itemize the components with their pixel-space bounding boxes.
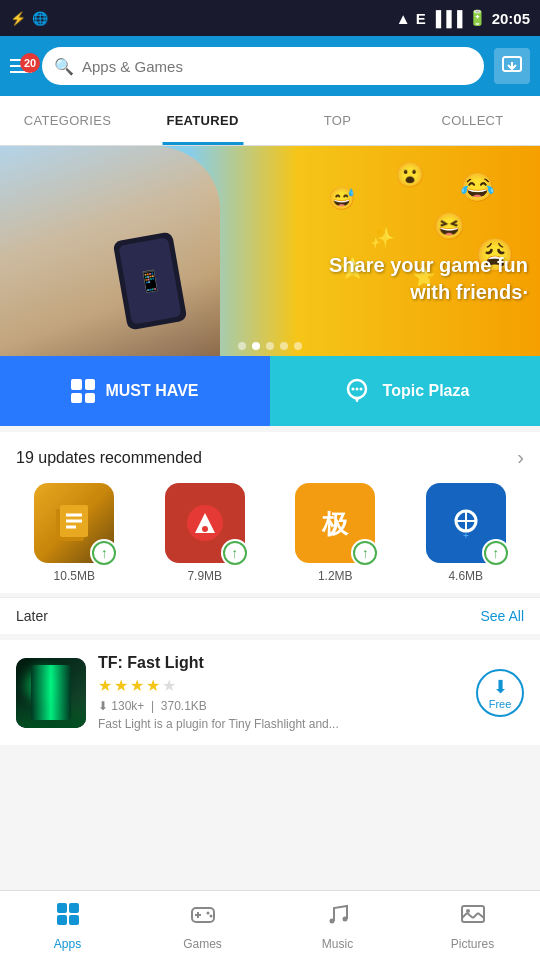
svg-point-5 bbox=[359, 388, 362, 391]
nav-pictures-label: Pictures bbox=[451, 937, 494, 951]
svg-rect-21 bbox=[69, 903, 79, 913]
later-button[interactable]: Later bbox=[16, 608, 48, 624]
nav-apps-label: Apps bbox=[54, 937, 81, 951]
tab-featured[interactable]: FEATURED bbox=[135, 96, 270, 145]
wifi-icon: ▲ bbox=[396, 10, 411, 27]
featured-app-download-button[interactable]: ⬇ Free bbox=[476, 669, 524, 717]
nav-music[interactable]: Music bbox=[270, 891, 405, 960]
see-all-button[interactable]: See All bbox=[480, 608, 524, 624]
app-icon-wrapper-1: ↑ bbox=[34, 483, 114, 563]
app-size-4: 4.6MB bbox=[448, 569, 483, 583]
tab-bar: CATEGORIES FEATURED TOP COLLECT bbox=[0, 96, 540, 146]
nav-apps[interactable]: Apps bbox=[0, 891, 135, 960]
star-4: ★ bbox=[146, 676, 160, 695]
download-manager-button[interactable] bbox=[494, 48, 530, 84]
update-app-4[interactable]: + ↑ 4.6MB bbox=[426, 483, 506, 583]
notification-badge: 20 bbox=[20, 53, 40, 73]
nav-pictures[interactable]: Pictures bbox=[405, 891, 540, 960]
grid-icon bbox=[71, 379, 95, 403]
status-right-icons: ▲ E ▐▐▐ 🔋 20:05 bbox=[396, 9, 530, 27]
svg-point-29 bbox=[329, 918, 334, 923]
dot-4 bbox=[280, 342, 288, 350]
music-icon bbox=[325, 901, 351, 933]
update-circle-4: ↑ bbox=[484, 541, 508, 565]
tab-collect[interactable]: COLLECT bbox=[405, 96, 540, 145]
nav-games-label: Games bbox=[183, 937, 222, 951]
update-badge-2: ↑ bbox=[221, 539, 249, 567]
app-icon-wrapper-2: ↑ bbox=[165, 483, 245, 563]
updates-section: 19 updates recommended › ↑ bbox=[0, 432, 540, 593]
app-size-1: 10.5MB bbox=[54, 569, 95, 583]
update-app-2[interactable]: ↑ 7.9MB bbox=[165, 483, 245, 583]
tab-top[interactable]: TOP bbox=[270, 96, 405, 145]
featured-app-info: TF: Fast Light ★ ★ ★ ★ ★ ⬇ 130k+ | 370.1… bbox=[98, 654, 464, 731]
updates-title: 19 updates recommended bbox=[16, 449, 202, 467]
tab-categories[interactable]: CATEGORIES bbox=[0, 96, 135, 145]
topic-plaza-label: Topic Plaza bbox=[383, 382, 470, 400]
must-have-label: MUST HAVE bbox=[105, 382, 198, 400]
chat-icon bbox=[341, 375, 373, 407]
svg-point-27 bbox=[206, 911, 209, 914]
update-badge-3: ↑ bbox=[351, 539, 379, 567]
featured-banner[interactable]: 📱 😂 😮 😅 😆 ✨ 😩 ⭐ ⭐ Share your game fun wi… bbox=[0, 146, 540, 356]
svg-text:极: 极 bbox=[321, 509, 349, 539]
app-size-2: 7.9MB bbox=[187, 569, 222, 583]
dot-5 bbox=[294, 342, 302, 350]
nav-music-label: Music bbox=[322, 937, 353, 951]
battery-icon: 🔋 bbox=[468, 9, 487, 27]
games-icon bbox=[190, 901, 216, 933]
svg-point-4 bbox=[355, 388, 358, 391]
svg-point-3 bbox=[351, 388, 354, 391]
updates-arrow-icon[interactable]: › bbox=[517, 446, 524, 469]
download-arrow-icon: ⬇ bbox=[493, 676, 508, 698]
usb-icon: ⚡ bbox=[10, 11, 26, 26]
app-size-3: 1.2MB bbox=[318, 569, 353, 583]
featured-app-stars: ★ ★ ★ ★ ★ bbox=[98, 676, 464, 695]
banner-pagination bbox=[238, 342, 302, 350]
update-circle-1: ↑ bbox=[92, 541, 116, 565]
free-label: Free bbox=[489, 698, 512, 710]
pictures-icon bbox=[460, 901, 486, 933]
update-badge-1: ↑ bbox=[90, 539, 118, 567]
svg-point-12 bbox=[202, 526, 208, 532]
star-5: ★ bbox=[162, 676, 176, 695]
banner-text: Share your game fun with friends· bbox=[328, 252, 528, 306]
svg-line-33 bbox=[467, 913, 473, 918]
status-bar: ⚡ 🌐 ▲ E ▐▐▐ 🔋 20:05 bbox=[0, 0, 540, 36]
dot-1 bbox=[238, 342, 246, 350]
header: 20 🔍 bbox=[0, 36, 540, 96]
search-bar[interactable]: 🔍 bbox=[42, 47, 484, 85]
topic-plaza-button[interactable]: Topic Plaza bbox=[270, 356, 540, 426]
dot-3 bbox=[266, 342, 274, 350]
star-3: ★ bbox=[130, 676, 144, 695]
action-buttons: MUST HAVE Topic Plaza bbox=[0, 356, 540, 426]
svg-point-28 bbox=[209, 914, 212, 917]
nav-games[interactable]: Games bbox=[135, 891, 270, 960]
update-app-3[interactable]: 极 ↑ 1.2MB bbox=[295, 483, 375, 583]
bottom-navigation: Apps Games Music bbox=[0, 890, 540, 960]
svg-rect-22 bbox=[57, 915, 67, 925]
must-have-button[interactable]: MUST HAVE bbox=[0, 356, 270, 426]
updates-apps-row: ↑ 10.5MB ↑ 7.9MB bbox=[16, 483, 524, 583]
dot-2 bbox=[252, 342, 260, 350]
update-circle-2: ↑ bbox=[223, 541, 247, 565]
signal-bars: ▐▐▐ bbox=[431, 10, 463, 27]
svg-text:+: + bbox=[463, 530, 469, 541]
featured-app-item: TF: Fast Light ★ ★ ★ ★ ★ ⬇ 130k+ | 370.1… bbox=[0, 640, 540, 745]
featured-app-name: TF: Fast Light bbox=[98, 654, 464, 672]
svg-rect-20 bbox=[57, 903, 67, 913]
star-2: ★ bbox=[114, 676, 128, 695]
menu-button[interactable]: 20 bbox=[10, 59, 32, 73]
featured-app-meta: ⬇ 130k+ | 370.1KB bbox=[98, 699, 464, 713]
app-icon-wrapper-4: + ↑ bbox=[426, 483, 506, 563]
time-display: 20:05 bbox=[492, 10, 530, 27]
signal-e: E bbox=[416, 10, 426, 27]
search-icon: 🔍 bbox=[54, 57, 74, 76]
featured-app-icon bbox=[16, 658, 86, 728]
update-app-1[interactable]: ↑ 10.5MB bbox=[34, 483, 114, 583]
svg-line-34 bbox=[473, 913, 478, 918]
app-icon-wrapper-3: 极 ↑ bbox=[295, 483, 375, 563]
status-left-icons: ⚡ 🌐 bbox=[10, 11, 48, 26]
search-input[interactable] bbox=[82, 58, 472, 75]
globe-icon: 🌐 bbox=[32, 11, 48, 26]
